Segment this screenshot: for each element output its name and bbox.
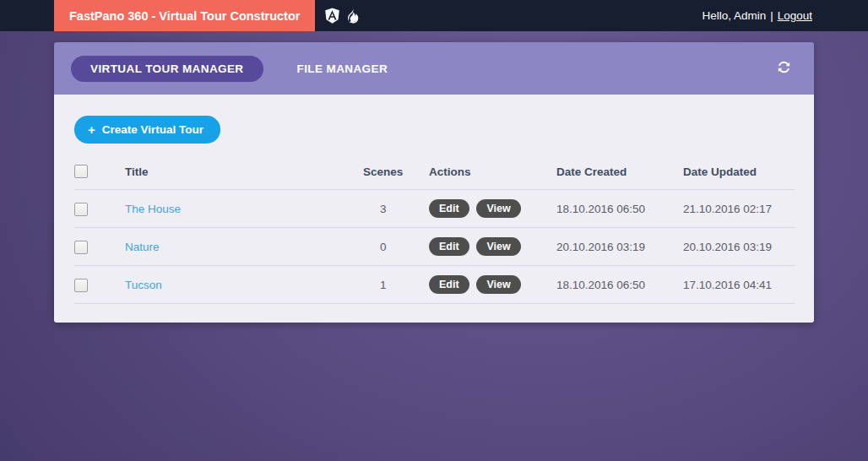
top-navbar: FastPano 360 - Virtual Tour Constructor … bbox=[0, 0, 868, 31]
column-header-scenes: Scenes bbox=[363, 161, 429, 190]
table-row: Tucson 1 Edit View 18.10.2016 06:50 17.1… bbox=[74, 266, 795, 304]
tab-file-manager[interactable]: FILE MANAGER bbox=[278, 56, 408, 82]
view-button[interactable]: View bbox=[476, 237, 520, 256]
edit-button[interactable]: Edit bbox=[429, 237, 469, 256]
panel-header: VIRTUAL TOUR MANAGER FILE MANAGER bbox=[54, 42, 814, 95]
tours-table: Title Scenes Actions Date Created Date U… bbox=[74, 161, 795, 304]
date-created: 20.10.2016 03:19 bbox=[556, 241, 645, 253]
edit-button[interactable]: Edit bbox=[429, 275, 469, 294]
create-button-label: Create Virtual Tour bbox=[102, 123, 203, 136]
tour-title-link[interactable]: Nature bbox=[125, 241, 160, 253]
column-header-actions: Actions bbox=[429, 161, 556, 190]
create-virtual-tour-button[interactable]: + Create Virtual Tour bbox=[74, 116, 220, 144]
column-header-date-updated: Date Updated bbox=[683, 161, 795, 190]
app-brand[interactable]: FastPano 360 - Virtual Tour Constructor bbox=[54, 0, 315, 31]
user-menu: Hello, Admin | Logout bbox=[702, 0, 812, 31]
select-all-checkbox[interactable] bbox=[74, 165, 88, 178]
date-created: 18.10.2016 06:50 bbox=[556, 279, 645, 291]
main-panel: VIRTUAL TOUR MANAGER FILE MANAGER + Crea… bbox=[54, 42, 814, 323]
tour-title-link[interactable]: The House bbox=[125, 203, 181, 215]
edit-button[interactable]: Edit bbox=[429, 199, 469, 218]
refresh-icon bbox=[778, 61, 790, 76]
table-row: The House 3 Edit View 18.10.2016 06:50 2… bbox=[74, 190, 795, 228]
row-checkbox[interactable] bbox=[74, 241, 88, 254]
column-header-title: Title bbox=[125, 161, 363, 190]
row-checkbox[interactable] bbox=[74, 203, 88, 216]
date-updated: 21.10.2016 02:17 bbox=[683, 203, 772, 215]
view-button[interactable]: View bbox=[476, 199, 520, 218]
tours-table-body: The House 3 Edit View 18.10.2016 06:50 2… bbox=[74, 190, 795, 304]
date-updated: 17.10.2016 04:41 bbox=[683, 279, 772, 291]
nav-separator: | bbox=[770, 9, 773, 22]
refresh-button[interactable] bbox=[774, 57, 794, 79]
logout-link[interactable]: Logout bbox=[778, 9, 812, 22]
panel-body: + Create Virtual Tour Title Scenes Actio… bbox=[54, 95, 814, 323]
tour-title-link[interactable]: Tucson bbox=[125, 279, 162, 291]
scenes-count: 1 bbox=[363, 279, 387, 291]
column-header-date-created: Date Created bbox=[556, 161, 683, 190]
plus-icon: + bbox=[88, 122, 95, 137]
tab-virtual-tour-manager[interactable]: VIRTUAL TOUR MANAGER bbox=[71, 56, 263, 82]
row-checkbox[interactable] bbox=[74, 279, 88, 292]
view-button[interactable]: View bbox=[476, 275, 520, 294]
scenes-count: 3 bbox=[363, 203, 387, 215]
date-updated: 20.10.2016 03:19 bbox=[683, 241, 772, 253]
angular-icon bbox=[323, 7, 341, 25]
table-row: Nature 0 Edit View 20.10.2016 03:19 20.1… bbox=[74, 228, 795, 266]
user-greeting: Hello, Admin bbox=[702, 9, 766, 22]
brand-logos bbox=[323, 0, 361, 31]
date-created: 18.10.2016 06:50 bbox=[556, 203, 645, 215]
scenes-count: 0 bbox=[363, 241, 387, 253]
flame-icon bbox=[344, 7, 361, 25]
table-header-row: Title Scenes Actions Date Created Date U… bbox=[74, 161, 795, 190]
